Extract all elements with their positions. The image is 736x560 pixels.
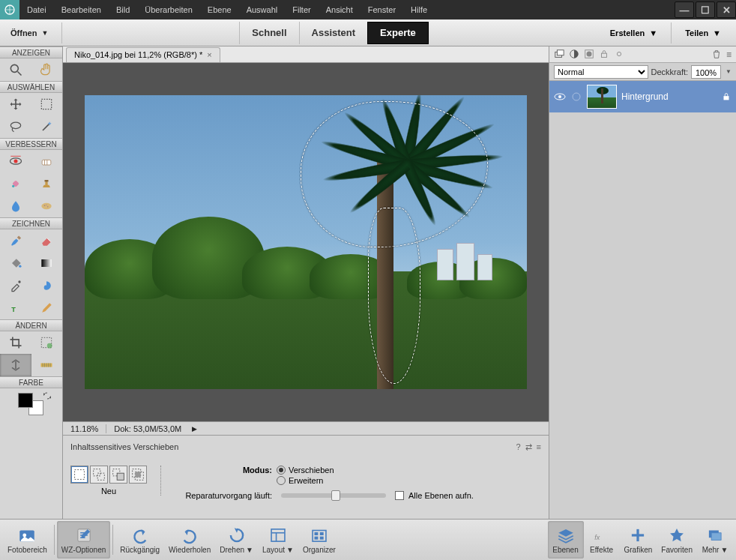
- menu-filter[interactable]: Filter: [285, 0, 318, 19]
- zoom-tool[interactable]: [0, 58, 31, 81]
- graphics-button[interactable]: Grafiken: [620, 521, 657, 559]
- visibility-icon[interactable]: [554, 91, 566, 103]
- link-status-icon[interactable]: [570, 91, 582, 103]
- chevron-down-icon: ▼: [649, 28, 657, 37]
- sponge-tool[interactable]: [31, 195, 63, 217]
- zoom-value[interactable]: 11.18%: [63, 424, 106, 433]
- paintbucket-tool[interactable]: [0, 252, 31, 274]
- menu-file[interactable]: Datei: [19, 0, 54, 19]
- lock-icon[interactable]: [599, 49, 609, 61]
- repair-label: Reparaturvorgang läuft:: [175, 491, 272, 500]
- clone-stamp-tool[interactable]: [31, 172, 63, 195]
- mode-move-radio[interactable]: Verschieben: [277, 466, 334, 475]
- link-icon[interactable]: [614, 49, 624, 61]
- layer-row[interactable]: Hintergrund: [549, 81, 736, 112]
- new-layer-icon[interactable]: [554, 49, 564, 61]
- opacity-value[interactable]: 100%: [691, 65, 721, 79]
- more-button[interactable]: Mehr▼: [697, 521, 733, 559]
- intersect-selection-button[interactable]: [129, 466, 147, 484]
- layer-lock-icon[interactable]: [721, 91, 732, 102]
- organizer-button[interactable]: Organizer: [298, 521, 340, 559]
- tool-options-title: Inhaltssensitives Verschieben: [70, 442, 178, 451]
- swap-colors-icon[interactable]: [43, 391, 52, 400]
- svg-rect-17: [17, 235, 21, 239]
- hand-tool[interactable]: [31, 58, 63, 81]
- chevron-right-icon[interactable]: ▶: [192, 425, 197, 433]
- minimize-button[interactable]: —: [675, 1, 694, 18]
- layer-thumbnail[interactable]: [587, 85, 617, 109]
- close-button[interactable]: ✕: [717, 1, 736, 18]
- photobin-button[interactable]: Fotobereich: [3, 521, 52, 559]
- shape-tool[interactable]: [31, 274, 63, 297]
- pencil-tool[interactable]: [31, 297, 63, 319]
- menu-enhance[interactable]: Überarbeiten: [137, 0, 200, 19]
- svg-point-16: [46, 205, 47, 205]
- tab-expert[interactable]: Experte: [367, 22, 429, 44]
- all-layers-checkbox[interactable]: [395, 491, 404, 500]
- trash-icon[interactable]: [711, 49, 722, 61]
- menu-image[interactable]: Bild: [109, 0, 137, 19]
- recompose-tool[interactable]: [31, 331, 63, 354]
- blend-mode-select[interactable]: Normal: [554, 65, 648, 79]
- eyedropper-tool[interactable]: [0, 274, 31, 297]
- new-label: Neu: [101, 487, 116, 496]
- whiten-tool[interactable]: [31, 150, 63, 172]
- brush-tool[interactable]: [0, 229, 31, 252]
- share-button[interactable]: Teilen▼: [678, 22, 729, 43]
- menu-edit[interactable]: Bearbeiten: [54, 0, 109, 19]
- spothealing-tool[interactable]: [0, 172, 31, 195]
- svg-point-41: [558, 95, 561, 98]
- healing-slider[interactable]: [281, 493, 386, 498]
- layers-button[interactable]: Ebenen: [548, 521, 584, 559]
- straighten-tool[interactable]: [31, 354, 63, 376]
- menu-select[interactable]: Auswahl: [239, 0, 286, 19]
- move-tool[interactable]: [0, 93, 31, 115]
- magic-wand-tool[interactable]: [31, 115, 63, 138]
- panel-menu-icon[interactable]: ≡: [726, 49, 732, 60]
- canvas[interactable]: [85, 95, 527, 389]
- redo-button[interactable]: Wiederholen: [164, 521, 215, 559]
- mode-extend-radio[interactable]: Erweitern: [277, 476, 334, 485]
- blur-tool[interactable]: [0, 195, 31, 217]
- new-selection-button[interactable]: [70, 466, 88, 484]
- favorites-button[interactable]: Favoriten: [657, 521, 697, 559]
- help-icon[interactable]: ?: [516, 442, 520, 451]
- menu-window[interactable]: Fenster: [361, 0, 403, 19]
- text-tool[interactable]: T: [0, 297, 31, 319]
- menu-view[interactable]: Ansicht: [319, 0, 361, 19]
- gradient-tool[interactable]: [31, 252, 63, 274]
- tool-options-button[interactable]: WZ-Optionen: [57, 521, 110, 559]
- lasso-tool[interactable]: [0, 115, 31, 138]
- chevron-down-icon[interactable]: ▼: [726, 68, 732, 75]
- effects-button[interactable]: fx Effekte: [584, 521, 620, 559]
- subtract-selection-button[interactable]: [109, 466, 127, 484]
- svg-point-18: [19, 265, 21, 268]
- undo-button[interactable]: Rückgängig: [115, 521, 164, 559]
- reset-icon[interactable]: ⇄: [525, 442, 532, 452]
- open-button[interactable]: Öffnen▼: [0, 28, 58, 37]
- rotate-button[interactable]: Drehen▼: [215, 521, 258, 559]
- close-tab-icon[interactable]: ×: [207, 50, 211, 59]
- marquee-tool[interactable]: [31, 93, 63, 115]
- eraser-tool[interactable]: [31, 229, 63, 252]
- adjustment-layer-icon[interactable]: [569, 49, 579, 61]
- content-aware-move-tool[interactable]: [0, 354, 31, 376]
- menu-layer[interactable]: Ebene: [200, 0, 239, 19]
- tab-guided[interactable]: Assistent: [299, 22, 368, 44]
- tool-options-panel: Inhaltssensitives Verschieben ? ⇄ ≡ Neu: [63, 435, 549, 519]
- foreground-color[interactable]: [18, 393, 33, 408]
- redeye-tool[interactable]: [0, 150, 31, 172]
- panel-menu-icon[interactable]: ≡: [537, 442, 541, 451]
- mask-icon[interactable]: [584, 49, 594, 61]
- canvas-area: Niko_014.jpg bei 11,2% (RGB/8*) * ×: [63, 46, 549, 519]
- color-swatches[interactable]: [0, 388, 62, 418]
- document-tab[interactable]: Niko_014.jpg bei 11,2% (RGB/8*) * ×: [66, 47, 220, 62]
- add-selection-button[interactable]: [90, 466, 108, 484]
- crop-tool[interactable]: [0, 331, 31, 354]
- tab-quick[interactable]: Schnell: [239, 22, 298, 44]
- create-button[interactable]: Erstellen▼: [603, 22, 665, 43]
- layer-name[interactable]: Hintergrund: [621, 91, 717, 102]
- menu-help[interactable]: Hilfe: [403, 0, 435, 19]
- layout-button[interactable]: Layout▼: [258, 521, 298, 559]
- maximize-button[interactable]: ☐: [696, 1, 715, 18]
